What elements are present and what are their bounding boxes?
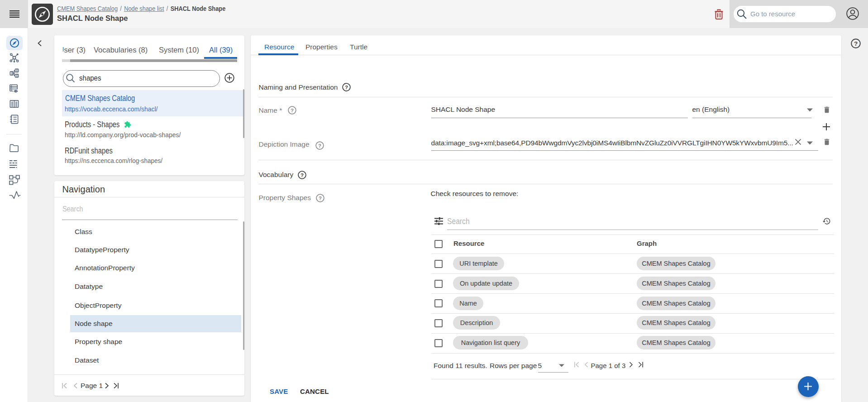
svg-text:?: ? [345,85,348,90]
svg-text:?: ? [300,172,304,178]
svg-text:?: ? [854,40,858,47]
svg-text:?: ? [318,143,321,148]
svg-text:?: ? [319,195,322,201]
svg-text:?: ? [291,108,294,113]
